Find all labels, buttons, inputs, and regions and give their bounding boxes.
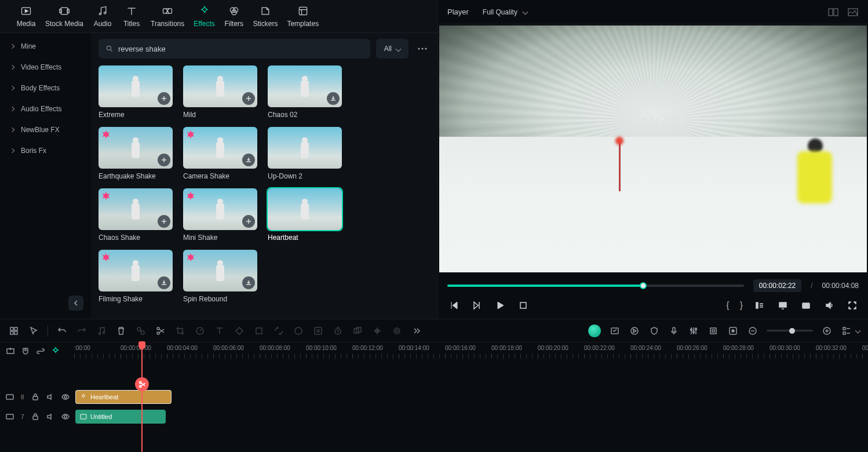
effect-item[interactable]: Mini Shake (183, 188, 257, 242)
effect-item[interactable]: Earthquake Shake (99, 127, 173, 180)
search-input[interactable] (118, 45, 363, 53)
effect-thumbnail[interactable] (268, 127, 342, 169)
crop-tool[interactable] (174, 325, 186, 337)
effect-thumbnail[interactable] (99, 188, 173, 230)
tab-stock-media[interactable]: Stock Media (41, 5, 88, 32)
redo-button[interactable] (76, 325, 87, 337)
effect-thumbnail[interactable] (183, 65, 257, 107)
link-toggle[interactable] (36, 347, 45, 356)
speed-tool[interactable] (194, 325, 206, 337)
fullscreen-button[interactable] (846, 299, 859, 312)
selection-tool[interactable] (8, 325, 20, 337)
visibility-button[interactable] (61, 413, 70, 421)
sidebar-item-audio-effects[interactable]: Audio Effects (3, 99, 88, 119)
effect-item[interactable]: Filming Shake (99, 250, 173, 303)
tracking-tool[interactable] (391, 325, 403, 337)
effect-item[interactable]: Chaos 02 (268, 65, 342, 119)
effect-thumbnail[interactable] (183, 127, 257, 169)
ai-assist-button[interactable] (588, 325, 601, 337)
voiceover-button[interactable] (668, 325, 680, 337)
effect-thumbnail[interactable] (99, 127, 173, 169)
timeline-ruler[interactable]: :00:0000:00:02:0000:00:04:0000:00:06:000… (74, 342, 868, 360)
effect-item[interactable]: Mild (183, 65, 257, 119)
delete-button[interactable] (115, 325, 127, 337)
player-progress[interactable] (447, 285, 744, 287)
prev-frame-button[interactable] (447, 299, 460, 312)
add-effect-button[interactable] (242, 92, 255, 105)
zoom-in-button[interactable] (821, 325, 833, 337)
effect-item[interactable]: Chaos Shake (99, 188, 173, 242)
color-tool[interactable] (293, 325, 304, 337)
lock-button[interactable] (31, 413, 39, 421)
effect-thumbnail[interactable] (268, 65, 342, 107)
effect-item[interactable]: Extreme (99, 65, 173, 119)
mute-button[interactable] (46, 413, 54, 421)
visibility-button[interactable] (61, 393, 70, 401)
keyframe-tool[interactable] (234, 325, 245, 337)
effect-thumbnail[interactable] (183, 250, 257, 291)
tab-stickers[interactable]: Stickers (249, 5, 283, 32)
sidebar-item-mine[interactable]: Mine (3, 37, 88, 56)
effect-item[interactable]: Spin Rebound (183, 250, 257, 303)
zoom-slider[interactable] (767, 330, 813, 331)
effect-item[interactable]: Camera Shake (183, 127, 257, 180)
shield-button[interactable] (648, 325, 660, 337)
tab-filters[interactable]: Filters (220, 5, 249, 32)
tab-media[interactable]: Media (12, 5, 41, 32)
marker-list-button[interactable] (753, 299, 766, 312)
lock-button[interactable] (31, 393, 39, 401)
search-box[interactable] (99, 39, 370, 59)
link-tool[interactable] (135, 325, 147, 337)
effect-item[interactable]: Heartbeat (268, 188, 342, 242)
render-button[interactable] (629, 325, 640, 337)
playhead[interactable] (141, 342, 143, 452)
auto-ripple-button[interactable] (51, 347, 60, 356)
add-effect-button[interactable] (158, 92, 170, 105)
music-tool[interactable] (96, 325, 107, 337)
tab-titles[interactable]: Titles (117, 5, 146, 32)
text-tool[interactable] (214, 325, 225, 337)
download-effect-button[interactable] (242, 154, 255, 166)
download-effect-button[interactable] (242, 276, 255, 289)
effect-item[interactable]: Up-Down 2 (268, 127, 342, 180)
snapshot-button[interactable] (800, 299, 812, 312)
play-button[interactable] (494, 299, 506, 312)
mask-tool[interactable] (253, 325, 265, 337)
view-options-button[interactable] (841, 325, 852, 337)
tab-effects[interactable]: Effects (189, 5, 219, 32)
add-effect-button[interactable] (242, 215, 255, 228)
monitor-button[interactable] (776, 299, 789, 312)
record-button[interactable] (727, 325, 739, 337)
tab-audio[interactable]: Audio (88, 5, 117, 32)
effect-button[interactable] (609, 325, 621, 337)
transform-tool[interactable] (371, 325, 383, 337)
mute-button[interactable] (46, 393, 54, 401)
effect-thumbnail[interactable] (268, 188, 342, 230)
effect-clip[interactable]: Heartbeat (75, 390, 172, 404)
more-tools[interactable] (411, 325, 422, 337)
zoom-out-button[interactable] (747, 325, 758, 337)
stop-button[interactable] (517, 299, 530, 312)
effect-thumbnail[interactable] (183, 188, 257, 230)
volume-button[interactable] (823, 299, 836, 312)
sidebar-item-newblue[interactable]: NewBlue FX (3, 120, 88, 140)
duration-tool[interactable] (332, 325, 344, 337)
tab-transitions[interactable]: Transitions (146, 5, 189, 32)
effect-thumbnail[interactable] (99, 250, 173, 291)
video-clip[interactable]: Untitled (75, 410, 166, 424)
group-tool[interactable] (352, 325, 363, 337)
adjust-tool[interactable] (312, 325, 324, 337)
collapse-sidebar-button[interactable] (68, 296, 83, 311)
effect-thumbnail[interactable] (99, 65, 173, 107)
markers-button[interactable] (707, 325, 719, 337)
sidebar-item-body-effects[interactable]: Body Effects (3, 78, 88, 98)
reverse-tool[interactable] (273, 325, 285, 337)
add-track-button[interactable] (6, 347, 15, 356)
sidebar-item-video-effects[interactable]: Video Effects (3, 57, 88, 77)
download-effect-button[interactable] (327, 92, 340, 105)
download-effect-button[interactable] (158, 276, 170, 289)
undo-button[interactable] (56, 325, 68, 337)
player-preview[interactable] (439, 25, 867, 272)
compare-view-button[interactable] (827, 6, 839, 18)
playhead-scissor-icon[interactable] (135, 377, 149, 391)
